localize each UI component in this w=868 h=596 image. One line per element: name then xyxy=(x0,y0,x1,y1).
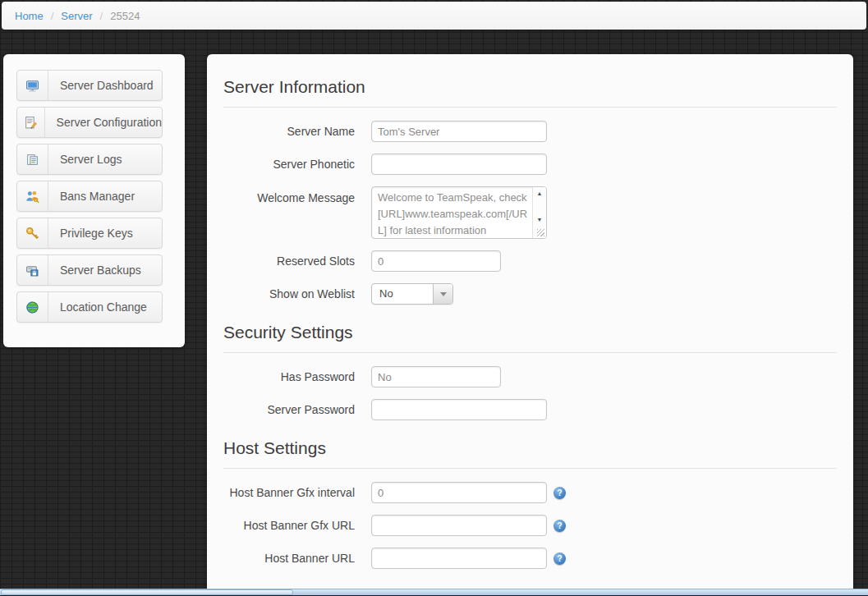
breadcrumb-link-server[interactable]: Server xyxy=(61,10,92,22)
section-divider xyxy=(223,107,837,108)
breadcrumb-separator: / xyxy=(51,10,54,22)
breadcrumb-separator: / xyxy=(100,10,103,22)
monitor-icon xyxy=(17,71,48,100)
sidebar-item-bans-manager[interactable]: Bans Manager xyxy=(16,181,163,212)
host-banner-gfx-url-input[interactable] xyxy=(371,515,547,536)
field-label-has-password: Has Password xyxy=(223,366,355,387)
form-row-has-password: Has Password xyxy=(223,366,837,387)
help-icon[interactable]: ? xyxy=(553,487,566,499)
form-row-server-phonetic: Server Phonetic xyxy=(223,154,837,175)
host-banner-url-input[interactable] xyxy=(371,548,547,569)
sidebar-item-label: Location Change xyxy=(48,292,147,322)
sidebar: Server Dashboard Server Configuration Se… xyxy=(3,54,185,347)
section-divider xyxy=(223,468,837,469)
section-title-server-information: Server Information xyxy=(223,77,837,97)
main-panel: Server Information Server Name Server Ph… xyxy=(207,54,853,596)
section-divider xyxy=(223,352,837,353)
sidebar-item-label: Server Configuration xyxy=(45,108,162,137)
backup-disk-icon xyxy=(17,255,48,285)
scroll-down-icon[interactable]: ▼ xyxy=(533,217,546,222)
server-password-input[interactable] xyxy=(371,399,547,420)
sidebar-item-server-logs[interactable]: Server Logs xyxy=(16,144,163,175)
sidebar-item-label: Privilege Keys xyxy=(48,218,133,248)
section-title-host-settings: Host Settings xyxy=(223,438,837,458)
users-key-icon xyxy=(17,181,48,211)
horizontal-scrollbar-thumb[interactable] xyxy=(1,589,293,595)
server-phonetic-input[interactable] xyxy=(371,154,547,175)
key-icon xyxy=(17,218,48,248)
sidebar-item-privilege-keys[interactable]: Privilege Keys xyxy=(16,218,163,249)
help-icon[interactable]: ? xyxy=(553,552,566,565)
breadcrumb: Home / Server / 25524 xyxy=(2,2,866,30)
select-selected-value: No xyxy=(372,284,433,304)
sidebar-item-label: Server Logs xyxy=(48,144,122,174)
breadcrumb-link-home[interactable]: Home xyxy=(15,10,44,22)
field-label-server-name: Server Name xyxy=(223,121,355,142)
sidebar-item-label: Server Backups xyxy=(48,255,141,285)
sidebar-item-location-change[interactable]: Location Change xyxy=(16,291,163,323)
sidebar-item-label: Server Dashboard xyxy=(48,71,154,100)
field-label-server-phonetic: Server Phonetic xyxy=(223,154,355,175)
resize-grip-icon[interactable] xyxy=(537,229,544,236)
welcome-message-text: Welcome to TeamSpeak, check [URL]www.tea… xyxy=(378,190,529,239)
show-on-weblist-select[interactable]: No xyxy=(371,283,453,305)
sidebar-item-label: Bans Manager xyxy=(48,181,135,211)
select-dropdown-button[interactable] xyxy=(433,284,452,304)
field-label-host-banner-url: Host Banner URL xyxy=(223,548,355,569)
server-name-input[interactable] xyxy=(371,121,547,142)
document-edit-icon xyxy=(17,108,45,137)
form-row-host-banner-url: Host Banner URL ? xyxy=(223,548,837,569)
horizontal-scrollbar[interactable] xyxy=(0,589,868,596)
scroll-up-icon[interactable]: ▲ xyxy=(533,190,546,196)
form-row-host-banner-gfx-interval: Host Banner Gfx interval ? xyxy=(223,482,837,503)
sidebar-item-server-backups[interactable]: Server Backups xyxy=(16,254,163,286)
help-icon[interactable]: ? xyxy=(553,520,566,532)
form-row-host-banner-gfx-url: Host Banner Gfx URL ? xyxy=(223,515,837,536)
host-banner-gfx-interval-input[interactable] xyxy=(371,482,547,503)
field-label-host-banner-gfx-interval: Host Banner Gfx interval xyxy=(223,482,355,503)
sidebar-item-server-dashboard[interactable]: Server Dashboard xyxy=(16,70,163,101)
globe-icon xyxy=(17,292,48,322)
form-row-server-name: Server Name xyxy=(223,121,837,142)
form-row-server-password: Server Password xyxy=(223,399,837,420)
section-title-security-settings: Security Settings xyxy=(223,323,837,342)
sidebar-item-server-configuration[interactable]: Server Configuration xyxy=(16,107,163,138)
field-label-host-banner-gfx-url: Host Banner Gfx URL xyxy=(223,515,355,536)
field-label-server-password: Server Password xyxy=(223,399,355,420)
chevron-down-icon xyxy=(440,292,447,296)
welcome-message-textarea[interactable]: Welcome to TeamSpeak, check [URL]www.tea… xyxy=(371,186,547,239)
field-label-welcome-message: Welcome Message xyxy=(223,186,355,206)
field-label-show-on-weblist: Show on Weblist xyxy=(223,283,355,305)
form-row-welcome-message: Welcome Message Welcome to TeamSpeak, ch… xyxy=(223,186,837,239)
field-label-reserved-slots: Reserved Slots xyxy=(223,250,355,272)
reserved-slots-input[interactable] xyxy=(371,250,501,272)
form-row-show-on-weblist: Show on Weblist No xyxy=(223,283,837,305)
form-row-reserved-slots: Reserved Slots xyxy=(223,250,837,272)
logs-icon xyxy=(17,144,48,174)
breadcrumb-current-page: 25524 xyxy=(110,10,140,22)
has-password-input[interactable] xyxy=(371,366,501,387)
